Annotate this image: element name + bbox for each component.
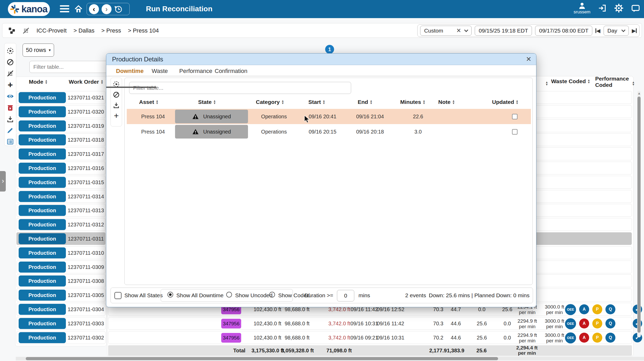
scroll-up-icon[interactable]: ▲: [637, 91, 641, 95]
scatter-off-icon[interactable]: [6, 70, 14, 77]
panel-expander-handle[interactable]: ›: [0, 171, 6, 192]
column-header-minutes[interactable]: Minutes▲▼: [400, 99, 425, 105]
forward-button[interactable]: ›: [102, 4, 112, 14]
table-row[interactable]: 347956 102,430.0 ft 98,688.0 ft 3,742.0 …: [108, 317, 632, 330]
work-order-row[interactable]: Production12370711-0321: [16, 91, 105, 104]
tab-confirmation[interactable]: Confirmation: [215, 68, 247, 75]
user-menu[interactable]: srussem: [574, 2, 590, 15]
vertical-scrollbar[interactable]: ▲: [637, 91, 641, 337]
work-order-row[interactable]: Production12370711-0302: [16, 331, 105, 344]
work-order-row[interactable]: Production12370711-0308: [16, 274, 105, 287]
column-header-start[interactable]: Start▲▼: [308, 99, 325, 105]
home-icon[interactable]: [74, 5, 83, 15]
work-order-row-selected[interactable]: Production12370711-0311: [16, 232, 105, 245]
edit-pencil-icon[interactable]: [6, 127, 14, 134]
history-icon[interactable]: [114, 5, 123, 13]
disable-icon[interactable]: [6, 58, 14, 66]
modal-filter-input[interactable]: [129, 82, 351, 94]
mode-production-button[interactable]: Production: [19, 304, 66, 315]
horizontal-scrollbar-thumb[interactable]: [26, 357, 498, 360]
column-header-end[interactable]: End▲▼: [358, 99, 373, 105]
updated-checkbox[interactable]: [512, 114, 518, 119]
vertical-scrollbar-thumb[interactable]: [637, 97, 641, 333]
disable-icon[interactable]: [113, 91, 120, 98]
interval-select[interactable]: Day: [604, 26, 629, 36]
range-clear-icon[interactable]: ✕: [456, 27, 461, 34]
show-uncoded-radio[interactable]: [226, 292, 232, 298]
settings-gear-icon[interactable]: [614, 3, 624, 13]
show-coded-radio[interactable]: [269, 292, 275, 298]
mode-production-button[interactable]: Production: [19, 106, 66, 117]
breadcrumb-root[interactable]: ICC-ProveIt: [36, 27, 67, 34]
tab-waste[interactable]: Waste: [152, 68, 168, 75]
mode-production-button[interactable]: Production: [19, 205, 66, 216]
mode-production-button[interactable]: Production: [19, 318, 66, 329]
start-date-button[interactable]: 09/15/25 19:18 EDT: [475, 26, 532, 36]
duration-input[interactable]: [337, 290, 354, 301]
horizontal-scrollbar[interactable]: [16, 357, 644, 360]
column-header-state[interactable]: State▲▼: [198, 99, 216, 105]
run-icon[interactable]: [6, 47, 14, 55]
mode-production-button[interactable]: Production: [19, 219, 66, 230]
column-header-asset[interactable]: Asset▲▼: [139, 99, 159, 105]
work-order-row[interactable]: Production12370711-0305: [16, 289, 105, 301]
kanoa-logo[interactable]: kanoa: [8, 2, 50, 16]
show-all-downtime-radio[interactable]: [167, 292, 173, 298]
column-header-updated[interactable]: Updated▲▼: [492, 99, 519, 105]
work-order-row[interactable]: Production12370711-0320: [16, 105, 105, 118]
work-order-row[interactable]: Production12370711-0303: [16, 317, 105, 330]
asset-tree-icon[interactable]: [8, 27, 15, 34]
mode-production-button[interactable]: Production: [19, 262, 66, 273]
end-date-button[interactable]: 09/17/25 08:00 EDT: [535, 26, 592, 36]
column-header-work-order[interactable]: Work Order▲▼: [69, 79, 103, 85]
downtime-row[interactable]: Press 104 Unassigned Operations 09/16 20…: [127, 124, 531, 139]
list-details-icon[interactable]: [6, 138, 14, 146]
updated-checkbox[interactable]: [512, 129, 518, 135]
work-order-row[interactable]: Production12370711-0317: [16, 147, 105, 160]
work-order-row[interactable]: Production12370711-0314: [16, 190, 105, 203]
column-header-note[interactable]: Note▲▼: [438, 99, 455, 105]
skip-forward-icon[interactable]: ▶: [632, 28, 637, 34]
mode-production-button[interactable]: Production: [19, 233, 66, 244]
work-order-row[interactable]: Production12370711-0310: [16, 246, 105, 259]
menu-icon[interactable]: [60, 5, 69, 13]
state-badge[interactable]: Unassigned: [175, 125, 248, 139]
range-select[interactable]: Custom ✕: [420, 26, 472, 36]
delete-trash-icon[interactable]: [6, 104, 14, 112]
chat-icon[interactable]: [631, 3, 640, 13]
rows-per-page-select[interactable]: 50 rows ▾: [23, 44, 54, 57]
performance-coded-sort[interactable]: ▲▼: [632, 78, 635, 86]
work-order-row[interactable]: Production12370711-0304: [16, 303, 105, 316]
download-icon[interactable]: [6, 115, 14, 123]
column-header-waste-coded[interactable]: Waste Coded▲▼: [551, 78, 590, 84]
mode-production-button[interactable]: Production: [19, 92, 66, 103]
work-order-row[interactable]: Production12370711-0315: [16, 176, 105, 189]
mode-production-button[interactable]: Production: [19, 290, 66, 301]
skip-back-icon[interactable]: ◀: [595, 28, 600, 34]
work-order-row[interactable]: Production12370711-0319: [16, 119, 105, 132]
mode-production-button[interactable]: Production: [19, 163, 66, 174]
breadcrumb-dallas[interactable]: > Dallas: [73, 27, 94, 34]
mode-production-button[interactable]: Production: [19, 275, 66, 286]
mode-production-button[interactable]: Production: [19, 247, 66, 258]
mode-production-button[interactable]: Production: [19, 332, 66, 343]
column-header-performance-coded[interactable]: PerformanceCoded: [595, 76, 629, 88]
work-order-row[interactable]: Production12370711-0313: [16, 204, 105, 217]
logout-icon[interactable]: [598, 4, 607, 13]
download-icon[interactable]: [113, 102, 120, 109]
back-button[interactable]: ‹: [89, 4, 99, 14]
breadcrumb-press[interactable]: > Press: [101, 27, 121, 34]
view-eye-icon[interactable]: [6, 92, 14, 100]
table-row[interactable]: 347956 102,430.0 ft 98,688.0 ft 3,742.0 …: [108, 331, 632, 344]
downtime-row-highlighted[interactable]: Press 104 Unassigned Operations 09/16 20…: [127, 109, 531, 124]
tab-downtime[interactable]: Downtime: [116, 68, 144, 75]
work-order-row[interactable]: Production12370711-0312: [16, 218, 105, 231]
mode-production-button[interactable]: Production: [19, 177, 66, 188]
work-order-row[interactable]: Production12370711-0318: [16, 133, 105, 146]
breadcrumb-press104[interactable]: > Press 104: [128, 27, 159, 34]
work-order-row[interactable]: Production12370711-0316: [16, 162, 105, 174]
filter-disabled-icon[interactable]: [22, 27, 30, 34]
mode-production-button[interactable]: Production: [19, 191, 66, 202]
hidden-column-sort[interactable]: ▲▼: [545, 78, 548, 86]
mode-production-button[interactable]: Production: [19, 120, 66, 131]
